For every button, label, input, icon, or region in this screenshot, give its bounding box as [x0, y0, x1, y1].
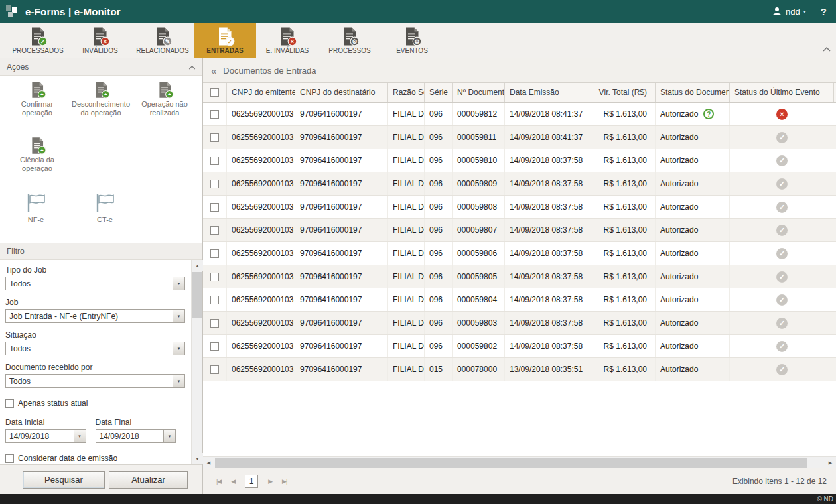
column-header-cnpj-do-emitente[interactable]: CNPJ do emitente — [227, 83, 295, 102]
select-situacao[interactable]: Todos▼ — [5, 342, 185, 355]
cell-status-documento: Autorizado — [656, 219, 730, 241]
cell-status-documento: Autorizado — [656, 126, 730, 149]
flag-icon — [24, 192, 48, 214]
chevron-down-icon[interactable]: ▼ — [173, 342, 184, 355]
scroll-right-button[interactable]: ▶ — [825, 457, 836, 468]
scrollbar-thumb[interactable] — [215, 458, 807, 468]
scroll-down-button[interactable]: ▼ — [192, 453, 203, 464]
column-header-cnpj-do-destinatario[interactable]: CNPJ do destinatário — [295, 83, 388, 102]
event-ok-icon: ✓ — [776, 202, 788, 213]
select-documento-recebido-por[interactable]: Todos▼ — [5, 374, 185, 388]
table-row[interactable]: 0625569200010397096416000197FILIAL D0960… — [203, 126, 836, 149]
chevron-down-icon[interactable]: ▼ — [173, 375, 184, 387]
chevron-down-icon[interactable]: ▼ — [74, 430, 86, 442]
collapse-ribbon-button[interactable] — [823, 44, 831, 54]
row-checkbox[interactable] — [210, 203, 219, 212]
tab-label: E. INVÁLIDAS — [266, 47, 309, 54]
row-checkbox[interactable] — [210, 226, 219, 235]
doc-type-ct-e[interactable]: CT-e — [86, 192, 123, 243]
page-number-box[interactable]: 1 — [245, 475, 258, 488]
checkbox-considerar-data-emissao[interactable]: Considerar data de emissão — [5, 454, 185, 463]
checkbox-apenas-status-atual[interactable]: Apenas status atual — [5, 399, 185, 408]
column-header-vlr-total-r[interactable]: Vlr. Total (R$) — [589, 83, 656, 102]
column-header-status-do-documento[interactable]: Status do Documento — [656, 83, 730, 102]
event-error-icon: × — [776, 109, 788, 120]
cell-razao-social: FILIAL D — [388, 196, 425, 218]
table-row[interactable]: 0625569200010397096416000197FILIAL D0960… — [203, 312, 836, 335]
row-checkbox[interactable] — [210, 273, 219, 281]
row-checkbox[interactable] — [210, 365, 219, 374]
status-help-icon[interactable]: ? — [703, 109, 714, 119]
scrollbar-thumb[interactable] — [192, 272, 202, 318]
scroll-left-button[interactable]: ◀ — [203, 457, 214, 468]
chevron-down-icon[interactable]: ▼ — [163, 430, 175, 442]
row-checkbox[interactable] — [210, 296, 219, 304]
table-row[interactable]: 0625569200010397096416000197FILIAL D0960… — [203, 196, 836, 219]
help-button[interactable]: ? — [821, 6, 827, 17]
user-menu[interactable]: ndd ▾ — [772, 6, 806, 17]
table-row[interactable]: 0625569200010397096416000197FILIAL D0960… — [203, 103, 836, 126]
table-row[interactable]: 0625569200010397096416000197FILIAL D0960… — [203, 335, 836, 358]
row-checkbox[interactable] — [210, 319, 219, 328]
table-row[interactable]: 0625569200010397096416000197FILIAL D0150… — [203, 358, 836, 381]
column-header-razao-social[interactable]: Razão Social — [388, 83, 425, 102]
action-ciencia-da-operacao[interactable]: +Ciência da operação — [5, 137, 69, 188]
column-header-data-emissao[interactable]: Data Emissão — [505, 83, 589, 102]
select-job[interactable]: Job Entrada - NF-e (EntryNFe)▼ — [5, 309, 185, 323]
tab-e-invalidas[interactable]: ×E. INVÁLIDAS — [256, 23, 318, 58]
action-desconhecimento-da-operacao[interactable]: +Desconhecimento da operação — [69, 81, 133, 133]
table-row[interactable]: 0625569200010397096416000197FILIAL D0960… — [203, 265, 836, 288]
row-checkbox[interactable] — [210, 133, 219, 142]
tab-relacionados[interactable]: ✎RELACIONADOS — [131, 23, 194, 58]
app-title: e-Forms | e-Monitor — [25, 6, 121, 17]
collapse-actions-button[interactable] — [188, 62, 196, 72]
last-page-button[interactable]: ▶| — [282, 478, 287, 485]
tab-processos[interactable]: ⚙PROCESSOS — [318, 23, 381, 58]
tab-invalidos[interactable]: ×INVÁLIDOS — [69, 23, 131, 58]
first-page-button[interactable]: |◀ — [216, 478, 221, 485]
cell-valor-total: R$ 1.613,00 — [589, 288, 656, 311]
date-initial-picker[interactable]: 14/09/2018 ▼ — [5, 429, 86, 443]
checkbox[interactable] — [5, 454, 14, 463]
app-footer: © ND — [0, 494, 836, 504]
table-row[interactable]: 0625569200010397096416000197FILIAL D0960… — [203, 149, 836, 172]
collapse-panel-button[interactable]: « — [211, 65, 216, 76]
chevron-down-icon[interactable]: ▼ — [173, 310, 184, 322]
column-header-n-documento[interactable]: Nº Documento — [453, 83, 505, 102]
table-row[interactable]: 0625569200010397096416000197FILIAL D0960… — [203, 172, 836, 196]
doc-type-nf-e[interactable]: NF-e — [17, 192, 54, 243]
date-final-picker[interactable]: 14/09/2018 ▼ — [96, 429, 176, 443]
checkbox[interactable] — [5, 399, 14, 408]
next-page-button[interactable]: ▶ — [268, 478, 272, 485]
table-row[interactable]: 0625569200010397096416000197FILIAL D0960… — [203, 242, 836, 265]
cell-data-emissao: 14/09/2018 08:37:58 — [505, 312, 589, 334]
tab-processados[interactable]: ✓PROCESSADOS — [7, 23, 69, 58]
column-header-status-do-ultimo-evento[interactable]: Status do Último Evento — [730, 83, 834, 102]
action-confirmar-operacao[interactable]: +Confirmar operação — [5, 81, 69, 133]
cell-status-documento: Autorizado — [656, 196, 730, 218]
action-operacao-nao-realizada[interactable]: +Operação não realizada — [133, 81, 196, 133]
cell-status-evento: ✓ — [730, 288, 834, 311]
cell-select — [203, 103, 227, 125]
row-checkbox[interactable] — [210, 157, 219, 165]
cell-razao-social: FILIAL D — [388, 312, 425, 334]
search-button[interactable]: Pesquisar — [23, 471, 105, 489]
cell-serie: 096 — [425, 242, 453, 265]
row-checkbox[interactable] — [210, 110, 219, 119]
scroll-up-button[interactable]: ▲ — [192, 260, 203, 271]
row-checkbox[interactable] — [210, 180, 219, 188]
row-checkbox[interactable] — [210, 249, 219, 258]
table-row[interactable]: 0625569200010397096416000197FILIAL D0960… — [203, 219, 836, 242]
prev-page-button[interactable]: ◀ — [231, 478, 235, 485]
refresh-button[interactable]: Atualizar — [109, 471, 188, 489]
row-checkbox[interactable] — [210, 342, 219, 351]
cell-cnpj-destinatario: 97096416000197 — [295, 242, 388, 265]
status-text: Autorizado — [660, 109, 698, 119]
table-row[interactable]: 0625569200010397096416000197FILIAL D0960… — [203, 288, 836, 312]
column-header-serie[interactable]: Série — [425, 83, 453, 102]
select-tipo-do-job[interactable]: Todos▼ — [5, 277, 185, 290]
tab-entradas[interactable]: ✓ENTRADAS — [194, 23, 256, 58]
tab-eventos[interactable]: ⚙EVENTOS — [381, 23, 443, 58]
chevron-down-icon[interactable]: ▼ — [173, 277, 184, 290]
select-all-checkbox[interactable] — [210, 88, 219, 97]
